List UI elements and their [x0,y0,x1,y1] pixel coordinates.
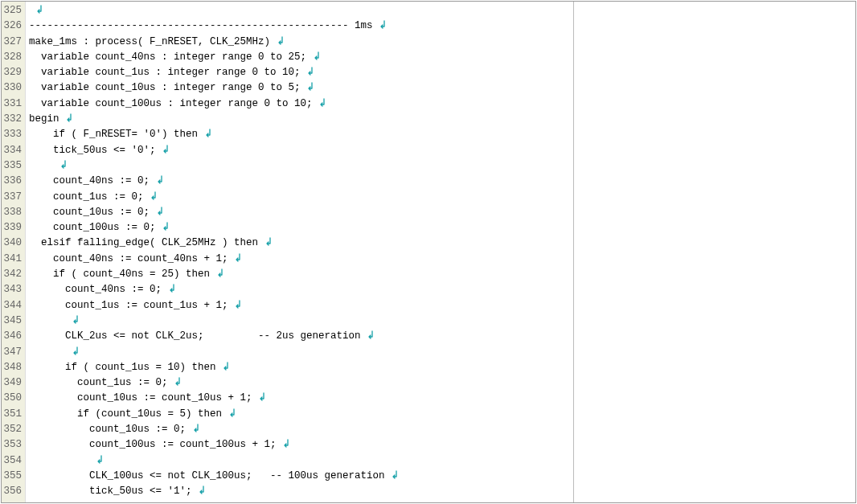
line-number-gutter: 325 326 327 328 329 330 331 332 333 334 … [2,2,26,502]
eol-marker-icon [156,174,164,189]
eol-marker-icon [198,484,206,499]
eol-marker-icon [282,437,290,453]
code-line: variable count_1us : integer range 0 to … [29,65,572,80]
code-line: variable count_100us : integer range 0 t… [29,96,572,112]
code-line [29,345,572,360]
eol-marker-icon [391,469,399,484]
code-line: CLK_2us <= not CLK_2us; -- 2us generatio… [29,329,572,344]
code-line: if ( F_nRESET= '0') then [29,127,572,142]
code-line: if ( count_40ns = 25) then [29,267,572,282]
eol-marker-icon [174,375,182,391]
eol-marker-icon [192,422,200,437]
code-line: if ( count_1us = 10) then [29,360,572,375]
code-line: count_40ns := 0; [29,174,572,189]
code-line: count_10us := 0; [29,205,572,220]
code-line: elsif falling_edge( CLK_25MHz ) then [29,236,572,251]
eol-marker-icon [168,282,176,297]
code-line: tick_50us <= '0'; [29,143,572,158]
eol-marker-icon [222,360,230,375]
eol-marker-icon [150,190,158,205]
eol-marker-icon [35,3,43,18]
code-line: count_1us := 0; [29,375,572,391]
eol-marker-icon [264,236,273,251]
code-line [29,453,572,469]
code-line: count_40ns := 0; [29,282,572,297]
eol-marker-icon [228,407,236,422]
code-line [29,158,572,174]
eol-marker-icon [367,329,375,344]
code-line: count_1us := count_1us + 1; [29,298,572,313]
eol-marker-icon [162,143,170,158]
code-line: CLK_100us <= not CLK_100us; -- 100us gen… [29,469,572,484]
eol-marker-icon [318,96,326,112]
code-line [29,3,572,18]
code-pane: 325 326 327 328 329 330 331 332 333 334 … [2,2,574,502]
code-line: variable count_10us : integer range 0 to… [29,80,572,96]
eol-marker-icon [72,345,80,360]
code-line: tick_50us <= '1'; [29,484,572,499]
eol-marker-icon [96,453,104,469]
eol-marker-icon [306,80,314,96]
eol-marker-icon [59,158,68,174]
code-line: make_1ms : process( F_nRESET, CLK_25MHz) [29,35,572,50]
side-pane [574,2,855,502]
code-line: count_100us := 0; [29,220,572,236]
eol-marker-icon [379,18,387,34]
eol-marker-icon [306,65,314,80]
eol-marker-icon [162,220,170,236]
code-line: ----------------------------------------… [29,18,572,34]
eol-marker-icon [204,127,212,142]
eol-marker-icon [277,35,285,50]
code-line [29,313,572,329]
eol-marker-icon [258,391,266,406]
code-line: variable count_40ns : integer range 0 to… [29,50,572,65]
eol-marker-icon [72,313,80,329]
eol-marker-icon [234,252,242,267]
code-line: count_40ns := count_40ns + 1; [29,252,572,267]
eol-marker-icon [156,205,164,220]
code-line: if (count_10us = 5) then [29,407,572,422]
eol-marker-icon [216,267,224,282]
eol-marker-icon [234,298,242,313]
editor-container: 325 326 327 328 329 330 331 332 333 334 … [1,1,856,503]
code-line: count_10us := 0; [29,422,572,437]
code-line: count_10us := count_10us + 1; [29,391,572,406]
code-area[interactable]: ----------------------------------------… [26,2,573,502]
code-line: count_100us := count_100us + 1; [29,437,572,453]
eol-marker-icon [313,50,321,65]
eol-marker-icon [65,112,73,127]
code-line: count_1us := 0; [29,190,572,205]
code-line: begin [29,112,572,127]
